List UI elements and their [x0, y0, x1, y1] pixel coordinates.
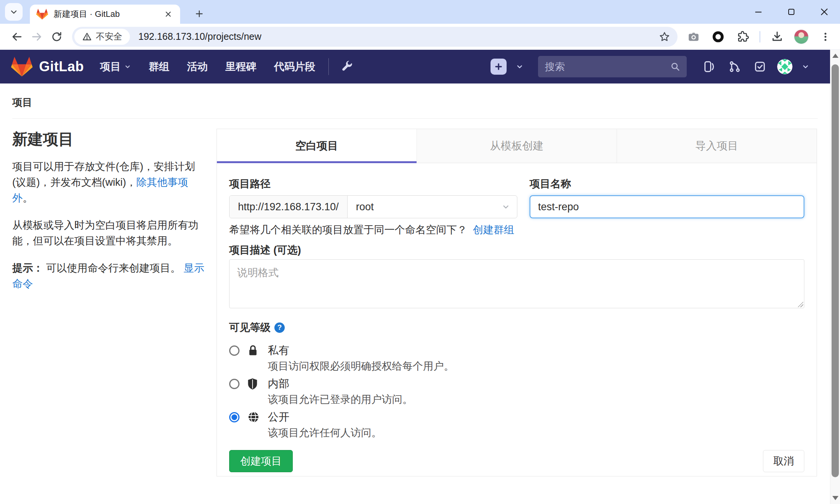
- nav-item-snippets[interactable]: 代码片段: [274, 60, 315, 74]
- visibility-option-internal: 内部 该项目允许已登录的用户访问。: [229, 377, 804, 406]
- cancel-button[interactable]: 取消: [763, 450, 804, 472]
- project-host-addon: http://192.168.173.10/: [230, 196, 348, 218]
- navbar-divider: [328, 58, 329, 75]
- help-icon[interactable]: ?: [274, 322, 285, 333]
- browser-titlebar: 新建项目 · GitLab: [0, 0, 840, 24]
- issues-icon[interactable]: [701, 59, 717, 75]
- project-type-tabs: 空白项目 从模板创建 导入项目: [217, 129, 817, 163]
- visibility-option-private: 私有 项目访问权限必须明确授权给每个用户。: [229, 344, 804, 373]
- new-project-form: 项目路径 http://192.168.173.10/ root: [217, 163, 817, 472]
- nav-item-projects[interactable]: 项目: [100, 60, 131, 74]
- new-project-sidebar: 新建项目 项目可以用于存放文件(仓库)，安排计划(议题)，并发布文档(wiki)…: [12, 129, 217, 476]
- visibility-name: 私有: [268, 344, 454, 357]
- shield-icon: [247, 378, 261, 406]
- browser-toolbar: 不安全 192.168.173.10/projects/new: [0, 24, 840, 50]
- tab-close-icon[interactable]: [162, 8, 174, 20]
- new-tab-button[interactable]: [191, 5, 208, 22]
- lock-icon: [247, 344, 261, 373]
- tab-search-button[interactable]: [5, 3, 23, 21]
- tab-create-from-template[interactable]: 从模板创建: [417, 129, 617, 163]
- toolbar-extensions-area: [686, 29, 833, 44]
- admin-wrench-icon[interactable]: [340, 60, 354, 74]
- gitlab-brand[interactable]: GitLab: [39, 59, 84, 75]
- camera-icon[interactable]: [686, 29, 701, 44]
- page-title: 新建项目: [12, 129, 205, 150]
- downloads-icon[interactable]: [769, 29, 785, 44]
- plus-icon: [194, 9, 204, 19]
- create-project-button[interactable]: 创建项目: [229, 450, 293, 472]
- browser-tab[interactable]: 新建项目 · GitLab: [30, 5, 180, 24]
- scrollbar-up-arrow[interactable]: [832, 54, 838, 58]
- toolbar-divider: [760, 31, 760, 43]
- url-text[interactable]: 192.168.173.10/projects/new: [138, 31, 658, 42]
- browser-profile-avatar[interactable]: [794, 29, 809, 44]
- caret-down-icon: [124, 63, 131, 70]
- maximize-button[interactable]: [786, 6, 797, 18]
- page-content: 项目 新建项目 项目可以用于存放文件(仓库)，安排计划(议题)，并发布文档(wi…: [0, 96, 830, 476]
- global-search[interactable]: [538, 56, 687, 77]
- user-avatar[interactable]: [777, 59, 792, 74]
- nav-item-groups[interactable]: 群组: [149, 60, 169, 74]
- back-button[interactable]: [7, 27, 27, 47]
- nav-item-activity[interactable]: 活动: [187, 60, 208, 74]
- select-caret-icon: [502, 203, 510, 211]
- new-menu-caret-icon[interactable]: [516, 63, 523, 70]
- security-label: 不安全: [96, 31, 122, 43]
- bookmark-star-icon[interactable]: [658, 30, 671, 44]
- sidebar-template-note: 从模板或导入时为空白项目将启用所有功能，但可以在项目设置中将其禁用。: [12, 218, 205, 249]
- globe-icon: [247, 411, 261, 439]
- close-window-button[interactable]: [819, 6, 830, 18]
- gitlab-navbar: GitLab 项目 群组 活动 里程碑 代码片段: [0, 50, 830, 83]
- textarea-resize-grip[interactable]: [797, 301, 803, 307]
- address-bar[interactable]: 不安全 192.168.173.10/projects/new: [72, 27, 678, 47]
- radio-internal[interactable]: [229, 379, 240, 389]
- visibility-desc: 项目访问权限必须明确授权给每个用户。: [268, 360, 454, 373]
- visibility-name: 内部: [268, 377, 413, 390]
- project-name-label: 项目名称: [530, 177, 804, 191]
- todos-icon[interactable]: [752, 59, 768, 75]
- project-path-group: http://192.168.173.10/ root: [229, 195, 517, 218]
- radio-public[interactable]: [229, 412, 240, 422]
- window-controls: [753, 0, 830, 24]
- browser-menu-icon[interactable]: [818, 29, 833, 44]
- gitlab-nav-menu: 项目 群组 活动 里程碑 代码片段: [100, 60, 315, 74]
- nav-item-milestones[interactable]: 里程碑: [225, 60, 256, 74]
- radio-private[interactable]: [229, 345, 240, 356]
- search-icon: [670, 61, 681, 72]
- visibility-label: 可见等级: [229, 321, 271, 334]
- gitlab-logo-icon[interactable]: [11, 56, 33, 77]
- visibility-desc: 该项目允许任何人访问。: [268, 427, 382, 439]
- chevron-down-icon: [9, 7, 18, 16]
- create-group-link[interactable]: 创建群组: [473, 224, 514, 236]
- namespace-hint-text: 希望将几个相关联的项目放置于同一个命名空间下？: [229, 224, 467, 236]
- tip-text: 可以使用命令行来创建项目。: [46, 262, 181, 274]
- page-scrollbar[interactable]: [830, 50, 840, 504]
- search-input[interactable]: [544, 61, 670, 73]
- visibility-desc: 该项目允许已登录的用户访问。: [268, 393, 413, 406]
- tab-import-project[interactable]: 导入项目: [617, 129, 817, 163]
- extensions-puzzle-icon[interactable]: [735, 29, 750, 44]
- tab-blank-project[interactable]: 空白项目: [217, 129, 417, 163]
- navbar-right: [491, 56, 809, 77]
- nav-item-label: 项目: [100, 60, 121, 74]
- new-menu-button[interactable]: [491, 59, 507, 75]
- scrollbar-thumb[interactable]: [832, 64, 839, 477]
- minimize-button[interactable]: [753, 6, 764, 18]
- user-menu-caret-icon[interactable]: [802, 63, 809, 70]
- security-chip[interactable]: 不安全: [74, 29, 130, 45]
- warning-triangle-icon: [82, 32, 92, 42]
- namespace-select[interactable]: root: [348, 196, 517, 218]
- namespace-value: root: [356, 201, 374, 213]
- merge-requests-icon[interactable]: [727, 59, 743, 75]
- reload-button[interactable]: [47, 27, 67, 47]
- extension-ring-icon[interactable]: [710, 29, 726, 44]
- scrollbar-down-arrow[interactable]: [832, 496, 838, 500]
- tip-label: 提示：: [12, 262, 43, 274]
- new-project-card: 空白项目 从模板创建 导入项目 项目路径 http://192.168.173.…: [217, 129, 817, 476]
- project-description-input[interactable]: [229, 259, 804, 308]
- gitlab-favicon-icon: [36, 8, 48, 20]
- project-name-input[interactable]: [530, 195, 804, 218]
- visibility-name: 公开: [268, 411, 382, 424]
- breadcrumb[interactable]: 项目: [12, 96, 830, 109]
- forward-button[interactable]: [27, 27, 47, 47]
